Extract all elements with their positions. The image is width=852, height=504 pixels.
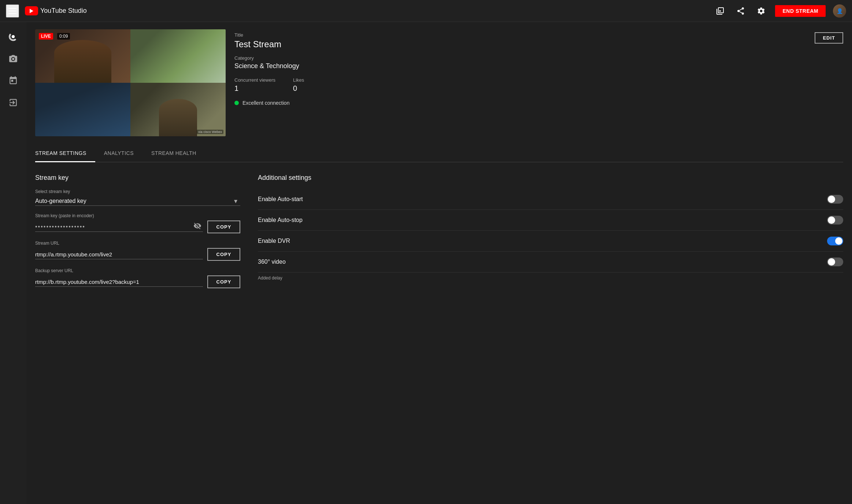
connection-status: Excellent connection <box>242 100 289 106</box>
additional-settings-title: Additional settings <box>258 174 843 182</box>
stream-title: Test Stream <box>234 39 843 49</box>
sidebar-item-analytics[interactable] <box>3 70 23 91</box>
tab-stream-settings[interactable]: STREAM SETTINGS <box>35 145 95 162</box>
video-cell-3 <box>35 83 130 136</box>
stream-key-input-row: COPY <box>35 220 240 233</box>
tab-stream-health[interactable]: STREAM HEALTH <box>142 145 205 162</box>
likes-value: 0 <box>293 84 304 93</box>
person-silhouette-1 <box>54 40 111 83</box>
hamburger-menu-button[interactable] <box>6 4 19 18</box>
sidebar-item-exit[interactable] <box>3 92 23 113</box>
backup-url-row: Backup server URL COPY <box>35 268 240 288</box>
tabs-row: STREAM SETTINGS ANALYTICS STREAM HEALTH <box>35 145 843 162</box>
360-toggle[interactable] <box>827 257 843 266</box>
connection-row: Excellent connection <box>234 100 843 106</box>
auto-start-toggle[interactable] <box>827 195 843 204</box>
stream-key-section: Stream key Select stream key Auto-genera… <box>35 174 240 296</box>
avatar-image: 👤 <box>833 4 846 18</box>
stream-url-label: Stream URL <box>35 241 240 246</box>
concurrent-viewers-value: 1 <box>234 84 275 93</box>
stream-key-input-wrapper <box>35 222 203 232</box>
nav-actions: END STREAM 👤 <box>714 4 846 18</box>
share-icon-button[interactable] <box>734 4 747 18</box>
360-label: 360° video <box>258 259 286 265</box>
title-label: Title <box>234 32 843 38</box>
settings-icon-button[interactable] <box>755 4 768 18</box>
likes-label: Likes <box>293 77 304 83</box>
auto-start-label: Enable Auto-start <box>258 196 303 203</box>
share-icon <box>736 7 745 15</box>
svg-point-0 <box>12 35 15 38</box>
stream-key-title: Stream key <box>35 174 240 182</box>
stream-preview-row: LIVE 0:09 via cisco Webex EDIT Title <box>35 29 843 136</box>
stream-url-input-row: COPY <box>35 248 240 261</box>
video-grid: via cisco Webex <box>35 29 226 136</box>
clapper-icon <box>716 7 725 15</box>
youtube-logo-icon <box>25 6 38 15</box>
backup-url-input-row: COPY <box>35 275 240 288</box>
likes-block: Likes 0 <box>293 77 304 93</box>
stream-category: Science & Technology <box>234 62 843 70</box>
live-icon <box>8 32 18 41</box>
dvr-toggle[interactable] <box>827 237 843 245</box>
edit-button[interactable]: EDIT <box>815 32 843 44</box>
toggle-row-360: 360° video <box>258 252 843 273</box>
toggle-row-dvr: Enable DVR <box>258 231 843 252</box>
tab-analytics[interactable]: ANALYTICS <box>95 145 142 162</box>
additional-settings-section: Additional settings Enable Auto-start En… <box>258 174 843 296</box>
stream-preview: LIVE 0:09 via cisco Webex <box>35 29 226 136</box>
stream-url-input[interactable] <box>35 250 203 259</box>
auto-stop-label: Enable Auto-stop <box>258 217 303 223</box>
stream-url-copy-button[interactable]: COPY <box>207 248 240 261</box>
video-cell-2 <box>130 29 226 83</box>
backup-url-label: Backup server URL <box>35 268 240 273</box>
sidebar <box>0 22 26 303</box>
stream-key-paste-label: Stream key (paste in encoder) <box>35 213 240 218</box>
concurrent-viewers-label: Concurrent viewers <box>234 77 275 83</box>
sidebar-item-camera[interactable] <box>3 48 23 69</box>
category-label: Category <box>234 55 843 61</box>
select-stream-key-dropdown[interactable]: Auto-generated key <box>35 196 240 206</box>
webex-label: via cisco Webex <box>197 130 223 134</box>
sidebar-item-live[interactable] <box>3 26 23 47</box>
dvr-label: Enable DVR <box>258 238 290 244</box>
live-badge: LIVE <box>39 33 53 40</box>
stats-row: Concurrent viewers 1 Likes 0 <box>234 77 843 93</box>
visibility-toggle-icon[interactable] <box>193 222 201 232</box>
person-silhouette-4 <box>159 99 197 136</box>
clapper-icon-button[interactable] <box>714 4 727 18</box>
app-logo: YouTube Studio <box>25 6 87 15</box>
exit-icon <box>8 98 18 107</box>
stream-key-input[interactable] <box>35 222 203 231</box>
end-stream-button[interactable]: END STREAM <box>775 5 826 17</box>
video-cell-4: via cisco Webex <box>130 83 226 136</box>
auto-stop-toggle[interactable] <box>827 216 843 225</box>
stream-url-row: Stream URL COPY <box>35 241 240 261</box>
stream-timer: 0:09 <box>57 33 70 40</box>
gear-icon <box>757 7 766 15</box>
concurrent-viewers-block: Concurrent viewers 1 <box>234 77 275 93</box>
added-delay-label: Added delay <box>258 275 843 281</box>
avatar[interactable]: 👤 <box>833 4 846 18</box>
select-stream-key-wrapper: Auto-generated key ▾ <box>35 196 240 206</box>
stream-info-panel: EDIT Title Test Stream Category Science … <box>234 29 843 96</box>
eye-off-icon <box>193 222 201 230</box>
camera-icon <box>8 54 18 63</box>
stream-key-copy-button[interactable]: COPY <box>207 220 240 233</box>
stream-info-area: EDIT Title Test Stream Category Science … <box>234 29 843 106</box>
connection-indicator <box>234 101 239 105</box>
backup-url-copy-button[interactable]: COPY <box>207 275 240 288</box>
toggle-row-auto-start: Enable Auto-start <box>258 189 843 210</box>
select-stream-key-label: Select stream key <box>35 189 240 194</box>
calendar-icon <box>8 76 18 85</box>
studio-text: YouTube Studio <box>40 7 87 15</box>
backup-url-input[interactable] <box>35 277 203 287</box>
settings-content: Stream key Select stream key Auto-genera… <box>35 162 843 296</box>
main-content: LIVE 0:09 via cisco Webex EDIT Title <box>26 22 852 303</box>
toggle-row-auto-stop: Enable Auto-stop <box>258 210 843 231</box>
top-navigation: YouTube Studio END STREAM 👤 <box>0 0 852 22</box>
